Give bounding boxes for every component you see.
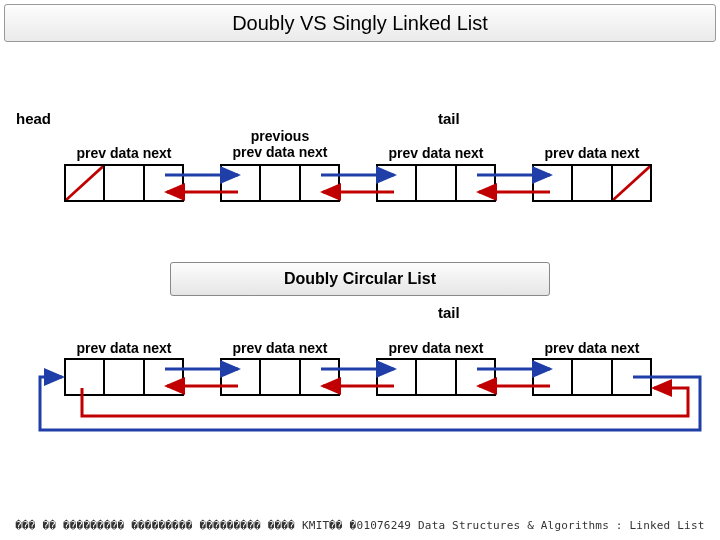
tail-label-1: tail <box>438 110 460 127</box>
head-label: head <box>16 110 51 127</box>
dll-node <box>532 164 652 202</box>
null-slash-icon <box>66 166 103 200</box>
prev-cell <box>378 360 417 394</box>
dll-node <box>64 164 184 202</box>
node-caption: prev data next <box>532 145 652 161</box>
title-text: Doubly VS Singly Linked List <box>232 12 488 35</box>
node-caption: prev data next <box>220 340 340 356</box>
data-cell <box>261 166 300 200</box>
svg-line-1 <box>613 166 650 200</box>
page-title: Doubly VS Singly Linked List <box>4 4 716 42</box>
prev-cell <box>378 166 417 200</box>
dcll-node <box>64 358 184 396</box>
subtitle-text: Doubly Circular List <box>284 270 436 288</box>
dcll-node <box>376 358 496 396</box>
next-cell <box>457 166 494 200</box>
data-cell <box>105 166 144 200</box>
null-slash-icon <box>613 166 650 200</box>
data-cell <box>261 360 300 394</box>
node-caption: prev data next <box>532 340 652 356</box>
dll-node <box>376 164 496 202</box>
dcll-node <box>532 358 652 396</box>
node-caption: prev data next <box>376 145 496 161</box>
next-cell <box>301 166 338 200</box>
footer-text: ��� �� ��������� ��������� ��������� ���… <box>0 519 720 532</box>
prev-cell <box>534 166 573 200</box>
node-caption: prev data next <box>64 145 184 161</box>
svg-line-0 <box>66 166 103 200</box>
next-cell <box>301 360 338 394</box>
prev-cell <box>534 360 573 394</box>
dcll-node <box>220 358 340 396</box>
prev-cell <box>66 166 105 200</box>
next-cell <box>457 360 494 394</box>
data-cell <box>573 360 612 394</box>
subtitle-bar: Doubly Circular List <box>170 262 550 296</box>
node-caption: prev data next <box>64 340 184 356</box>
data-cell <box>105 360 144 394</box>
tail-label-2: tail <box>438 304 460 321</box>
prev-cell <box>222 166 261 200</box>
data-cell <box>417 360 456 394</box>
next-cell <box>613 166 650 200</box>
node-caption: prev data next <box>376 340 496 356</box>
data-cell <box>417 166 456 200</box>
data-cell <box>573 166 612 200</box>
prev-cell <box>66 360 105 394</box>
node-caption: previousprev data next <box>220 128 340 160</box>
next-cell <box>613 360 650 394</box>
prev-cell <box>222 360 261 394</box>
dll-node <box>220 164 340 202</box>
next-cell <box>145 166 182 200</box>
next-cell <box>145 360 182 394</box>
